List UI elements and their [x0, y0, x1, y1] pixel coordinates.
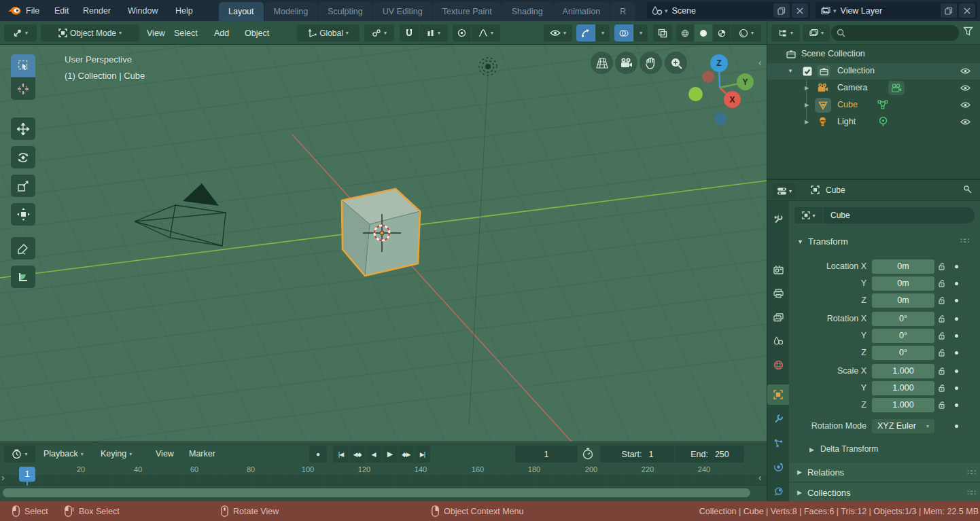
grid-ortho-button[interactable] [591, 52, 613, 74]
gizmo-neg-y-axis[interactable] [688, 87, 703, 101]
timeline-menu-playback[interactable]: Playback▾ [43, 442, 84, 465]
lock-icon[interactable] [934, 279, 949, 287]
tab-shading[interactable]: Shading [502, 2, 553, 21]
unlink-scene-button[interactable] [792, 3, 808, 18]
editor-type-button[interactable]: ▾ [4, 24, 37, 41]
shading-material-button[interactable] [713, 24, 731, 41]
object-name-input[interactable]: Cube [824, 207, 975, 223]
tool-scale[interactable] [11, 175, 35, 197]
outliner-display-mode-dropdown[interactable]: ▾ [803, 24, 830, 41]
camera-view-button[interactable] [615, 52, 637, 74]
light-data-icon[interactable] [878, 116, 888, 127]
animate-dot[interactable] [955, 425, 958, 428]
lock-icon[interactable] [934, 401, 949, 409]
pivot-point-dropdown[interactable]: ▾ [364, 24, 394, 41]
lock-icon[interactable] [934, 262, 949, 270]
sidebar-collapse-arrow[interactable]: ‹ [758, 57, 762, 68]
tool-annotate[interactable] [11, 237, 35, 259]
lock-icon[interactable] [934, 348, 949, 357]
animate-dot[interactable] [955, 351, 958, 355]
outliner-label[interactable]: Collection [837, 66, 875, 75]
tab-rendering[interactable]: R [610, 2, 635, 21]
tab-physics-properties[interactable] [767, 456, 789, 477]
id-type-dropdown[interactable]: ▾ [794, 207, 823, 223]
chevron-down-icon[interactable]: ▾ [833, 7, 837, 14]
outliner-label-selected[interactable]: Cube [837, 100, 858, 109]
gizmo-y-axis[interactable]: Y [737, 73, 754, 90]
menubar-item-edit[interactable]: Edit [54, 0, 69, 21]
scene-name[interactable]: Scene [672, 6, 773, 16]
animate-dot[interactable] [955, 265, 958, 268]
outliner-filter-dropdown[interactable] [963, 26, 974, 37]
menubar-item-render[interactable]: Render [83, 0, 111, 21]
gizmo-neg-x-axis[interactable] [702, 71, 714, 83]
scale-y-input[interactable]: 1.000 [872, 381, 934, 395]
prev-keyframe-button[interactable]: ◀◆ [349, 446, 365, 463]
tool-cursor[interactable] [11, 77, 35, 100]
disclosure-open-icon[interactable]: ▼ [788, 68, 793, 74]
collections-panel[interactable]: ▶ Collections ∷∷ [789, 483, 980, 503]
rotation-z-input[interactable]: 0° [872, 346, 934, 360]
outliner-label[interactable]: Scene Collection [801, 49, 865, 58]
tab-view-layer-properties[interactable] [767, 307, 789, 327]
next-keyframe-button[interactable]: ◆▶ [398, 446, 414, 463]
use-preview-range-button[interactable] [582, 448, 594, 460]
tab-modeling[interactable]: Modeling [264, 2, 318, 21]
timeline-menu-marker[interactable]: Marker [189, 442, 215, 465]
gizmo-settings-dropdown[interactable]: ▾ [596, 24, 610, 41]
tab-tool-properties[interactable] [767, 209, 789, 229]
view-layer-icon[interactable] [816, 6, 833, 16]
xray-toggle[interactable] [653, 24, 672, 41]
shading-rendered-button[interactable]: ▾ [731, 24, 761, 41]
snap-toggle[interactable] [400, 24, 419, 41]
timeline-scrollbar[interactable] [3, 488, 750, 497]
animate-dot[interactable] [955, 334, 958, 338]
mode-dropdown[interactable]: Object Mode ▾ [41, 24, 139, 41]
scale-x-input[interactable]: 1.000 [872, 364, 934, 378]
outliner-label[interactable]: Camera [837, 83, 867, 92]
scale-z-input[interactable]: 1.000 [872, 398, 934, 412]
viewport-menu-view[interactable]: View [147, 21, 165, 45]
lock-icon[interactable] [934, 384, 949, 392]
camera-data-icon[interactable] [888, 81, 905, 95]
properties-editor-type-button[interactable]: ▾ [773, 183, 796, 198]
tab-layout[interactable]: Layout [219, 2, 264, 21]
tool-transform[interactable] [11, 203, 35, 226]
collection-checkbox[interactable] [803, 67, 812, 76]
outliner-row-light[interactable]: ▶ Light [767, 114, 980, 130]
chevron-down-icon[interactable]: ▾ [665, 7, 668, 14]
animate-dot[interactable] [955, 282, 958, 285]
viewport-menu-select[interactable]: Select [174, 21, 198, 45]
new-view-layer-button[interactable] [941, 3, 957, 18]
view-layer-name[interactable]: View Layer [841, 6, 941, 16]
pan-view-button[interactable] [640, 52, 662, 74]
tab-world-properties[interactable] [767, 355, 789, 375]
scene-selector[interactable]: ▾ Scene [647, 2, 810, 19]
outliner-row-scene-collection[interactable]: Scene Collection [767, 46, 980, 62]
disclosure-closed-icon[interactable]: ▶ [805, 102, 809, 108]
gizmo-z-axis[interactable]: Z [710, 54, 728, 72]
rotation-x-input[interactable]: 0° [872, 312, 934, 326]
panel-grip-icon[interactable]: ∷∷ [960, 236, 968, 245]
timeline-ruler[interactable]: 20 40 60 80 100 120 140 160 180 200 220 … [0, 465, 767, 475]
location-z-input[interactable]: 0m [872, 293, 934, 308]
frame-start-input[interactable]: Start: 1 [600, 446, 675, 463]
tab-uv-editing[interactable]: UV Editing [373, 2, 432, 21]
panel-disclosure-icon[interactable]: ▶ [809, 446, 814, 453]
timeline-menu-keying[interactable]: Keying▾ [101, 442, 132, 465]
collapse-arrow-right[interactable]: ‹ [758, 472, 762, 483]
current-frame-input[interactable]: 1 [515, 446, 578, 463]
show-gizmo-toggle[interactable] [576, 24, 595, 41]
overlays-settings-dropdown[interactable]: ▾ [634, 24, 648, 41]
jump-to-start-button[interactable]: |◀ [333, 446, 349, 463]
tab-texture-paint[interactable]: Texture Paint [433, 2, 502, 21]
expand-arrow-left[interactable]: › [1, 472, 5, 483]
tool-measure[interactable] [11, 266, 35, 288]
rotation-y-input[interactable]: 0° [872, 329, 934, 343]
menubar-item-window[interactable]: Window [128, 0, 158, 21]
transform-orientation-dropdown[interactable]: Global ▾ [297, 24, 360, 41]
gizmo-neg-z-axis[interactable] [714, 113, 727, 125]
animate-dot[interactable] [955, 387, 958, 390]
snap-settings-dropdown[interactable]: ▾ [419, 24, 448, 41]
mesh-data-icon[interactable] [877, 100, 888, 109]
